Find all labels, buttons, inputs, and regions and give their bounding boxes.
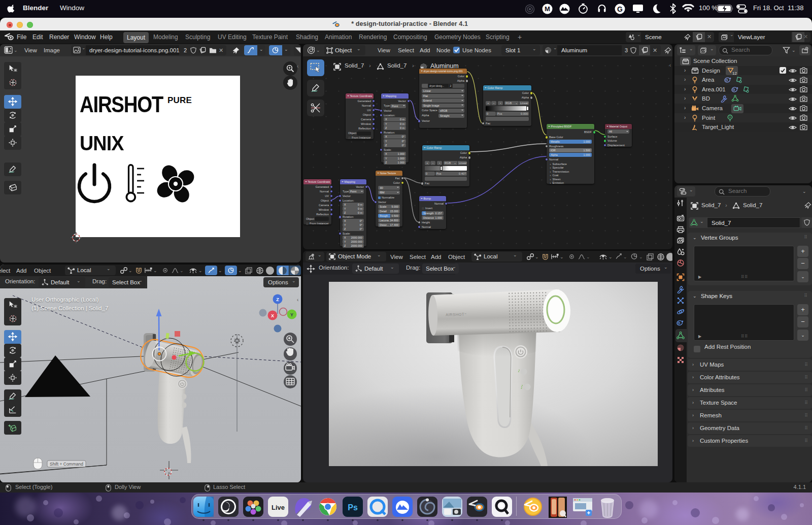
svg-text:AIRSHOT™: AIRSHOT™	[446, 312, 467, 317]
svg-text:Shift + Command: Shift + Command	[50, 462, 83, 467]
svg-text:Live: Live	[272, 504, 285, 511]
svg-text:M: M	[545, 5, 550, 13]
svg-text:Y: Y	[290, 312, 293, 317]
svg-text:G: G	[617, 5, 623, 13]
svg-text:Z: Z	[276, 297, 279, 302]
svg-text:X: X	[271, 313, 274, 318]
svg-text:Ps: Ps	[348, 503, 358, 512]
